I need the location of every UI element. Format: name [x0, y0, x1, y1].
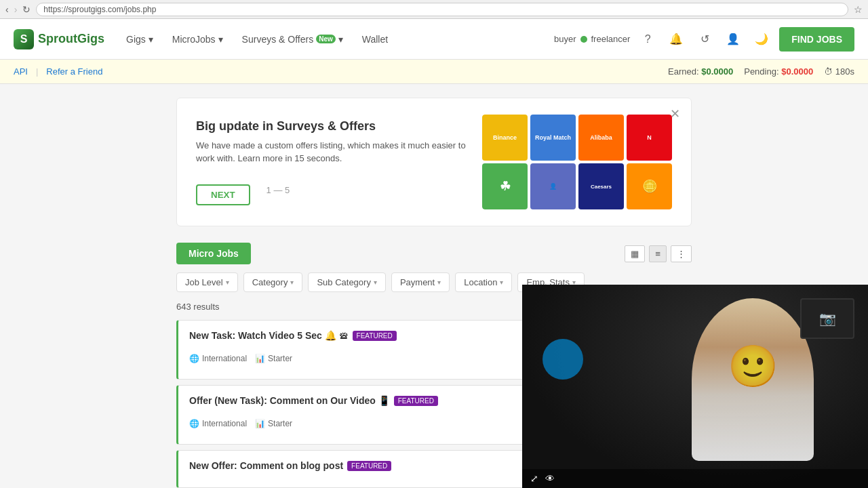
timer: ⏱ 180s: [824, 66, 854, 77]
featured-badge-2: FEATURED: [394, 396, 438, 406]
nav-gigs[interactable]: Gigs ▾: [118, 28, 161, 50]
browser-refresh-icon[interactable]: ↻: [22, 4, 31, 15]
nav-gigs-label: Gigs: [126, 34, 146, 45]
banner-img-alibaba: Alibaba: [578, 115, 624, 161]
grid-view-button[interactable]: ▦: [625, 245, 645, 262]
job-level-arrow-icon: ▾: [226, 279, 229, 286]
banner-counter: 1 — 5: [267, 185, 290, 195]
nav-wallet-label: Wallet: [362, 34, 388, 45]
help-button[interactable]: ?: [637, 28, 658, 50]
sub-nav-right: Earned: $0.0000 Pending: $0.0000 ⏱ 180s: [668, 66, 854, 77]
refer-link[interactable]: Refer a Friend: [46, 66, 102, 77]
job-level-1: 📊 Starter: [255, 354, 292, 363]
nav-right: buyer freelancer ? 🔔 ↺ 👤 🌙 FIND JOBS: [554, 27, 854, 52]
featured-badge-1: FEATURED: [353, 331, 397, 341]
level-icon-1: 📊: [255, 354, 265, 363]
nav-surveys-label: Surveys & Offers: [242, 34, 314, 45]
filter-location[interactable]: Location ▾: [455, 272, 512, 292]
earned-label: Earned: $0.0000: [668, 66, 733, 77]
filter-job-level[interactable]: Job Level ▾: [176, 272, 238, 292]
banner: ✕ Big update in Surveys & Offers We have…: [176, 98, 692, 226]
earned-amount: $0.0000: [701, 66, 733, 77]
banner-img-netflix: N: [627, 115, 672, 161]
banner-img-gold: 🪙: [627, 163, 672, 209]
level-icon-2: 📊: [255, 419, 265, 428]
banner-img-royalmatch: Royal Match: [530, 115, 576, 161]
nav-microjobs[interactable]: MicroJobs ▾: [164, 28, 231, 50]
banner-title: Big update in Surveys & Offers: [196, 119, 482, 134]
nav-wallet[interactable]: Wallet: [354, 28, 396, 50]
banner-img-avatar: 👤: [530, 163, 576, 209]
payment-arrow-icon: ▾: [437, 279, 441, 286]
surveys-badge: New: [316, 35, 336, 43]
freelancer-label: freelancer: [591, 34, 631, 44]
logo[interactable]: S SproutGigs: [14, 29, 104, 49]
filter-payment[interactable]: Payment ▾: [391, 272, 450, 292]
category-arrow-icon: ▾: [290, 279, 294, 286]
job-location-1: 🌐 International: [189, 354, 247, 363]
role-toggle: buyer freelancer: [554, 34, 630, 44]
browser-star-icon[interactable]: ☆: [854, 4, 863, 15]
navbar: S SproutGigs Gigs ▾ MicroJobs ▾ Surveys …: [0, 19, 868, 60]
micro-jobs-tab[interactable]: Micro Jobs: [176, 243, 251, 264]
nav-surveys-arrow: ▾: [338, 34, 343, 45]
job-level-2: 📊 Starter: [255, 419, 292, 428]
filter-sub-category[interactable]: Sub Category ▾: [308, 272, 386, 292]
featured-badge-3: FEATURED: [347, 461, 391, 471]
banner-images: Binance Royal Match Alibaba N ☘ 👤 Caesar…: [482, 115, 672, 209]
notifications-button[interactable]: 🔔: [665, 28, 687, 50]
location-arrow-icon: ▾: [500, 279, 503, 286]
video-player: 🙂 📷 ⤢ 👁: [522, 285, 868, 488]
banner-description: We have made a custom offers listing, wh…: [196, 139, 482, 165]
banner-img-shamrock: ☘: [482, 163, 528, 209]
view-toggle: ▦ ≡ ⋮: [625, 245, 692, 262]
banner-text: Big update in Surveys & Offers We have m…: [196, 119, 482, 205]
compact-view-button[interactable]: ⋮: [671, 245, 692, 262]
buyer-label: buyer: [554, 34, 576, 44]
banner-next-button[interactable]: NEXT: [196, 184, 250, 205]
pending-label: Pending: $0.0000: [744, 66, 813, 77]
banner-close-button[interactable]: ✕: [670, 106, 680, 121]
url-bar[interactable]: https://sproutgigs.com/jobs.php: [36, 3, 848, 16]
nav-surveys[interactable]: Surveys & Offers New ▾: [234, 28, 351, 50]
api-link[interactable]: API: [14, 66, 28, 77]
int-flag-icon-2: 🌐: [189, 419, 199, 428]
video-expand-button[interactable]: ⤢: [530, 473, 538, 484]
list-view-button[interactable]: ≡: [649, 245, 667, 262]
nav-microjobs-label: MicroJobs: [172, 34, 216, 45]
section-header: Micro Jobs ▦ ≡ ⋮: [176, 243, 692, 264]
history-button[interactable]: ↺: [694, 28, 715, 50]
video-section: 🙂 📷 ⤢ 👁: [522, 285, 868, 488]
nav-gigs-arrow: ▾: [149, 34, 153, 45]
banner-img-binance: Binance: [482, 115, 528, 161]
logo-icon: S: [14, 29, 34, 49]
job-location-2: 🌐 International: [189, 419, 247, 428]
find-jobs-button[interactable]: FIND JOBS: [779, 27, 854, 52]
sub-category-arrow-icon: ▾: [374, 279, 377, 286]
logo-text: SproutGigs: [38, 32, 104, 46]
video-hide-button[interactable]: 👁: [545, 473, 555, 484]
pending-amount: $0.0000: [781, 66, 813, 77]
browser-forward-icon[interactable]: ›: [14, 4, 18, 15]
int-flag-icon-1: 🌐: [189, 354, 199, 363]
browser-bar: ‹ › ↻ https://sproutgigs.com/jobs.php ☆: [0, 0, 868, 19]
filter-category[interactable]: Category ▾: [243, 272, 303, 292]
nav-microjobs-arrow: ▾: [218, 34, 223, 45]
sub-nav-left: API | Refer a Friend: [14, 66, 102, 77]
nav-links: Gigs ▾ MicroJobs ▾ Surveys & Offers New …: [118, 28, 540, 50]
banner-img-caesars: Caesars: [578, 163, 624, 209]
sub-nav: API | Refer a Friend Earned: $0.0000 Pen…: [0, 60, 868, 84]
browser-back-icon[interactable]: ‹: [5, 4, 9, 15]
profile-button[interactable]: 👤: [722, 28, 744, 50]
theme-toggle-button[interactable]: 🌙: [751, 28, 772, 50]
status-dot: [580, 36, 587, 43]
